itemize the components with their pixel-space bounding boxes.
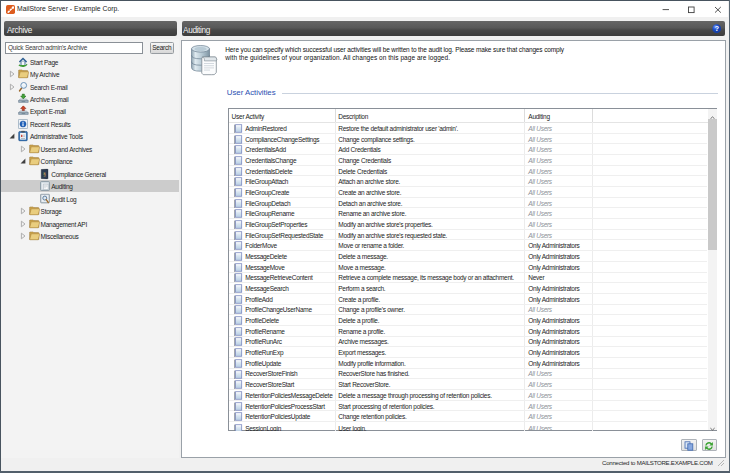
svg-text:?: ?	[715, 25, 719, 32]
svg-text:§: §	[43, 171, 46, 177]
